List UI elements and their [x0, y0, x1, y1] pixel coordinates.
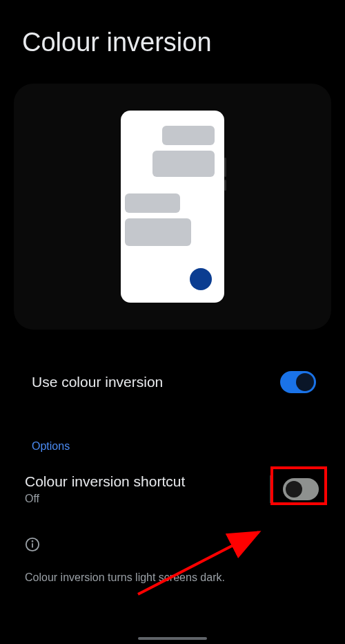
- chat-bubble-icon: [125, 218, 191, 246]
- phone-button-icon: [224, 180, 226, 191]
- chat-bubble-icon: [162, 126, 215, 145]
- preview-card: [14, 84, 331, 330]
- header: Colour inversion: [0, 0, 345, 71]
- chat-bubble-icon: [125, 193, 180, 213]
- shortcut-label: Colour inversion shortcut: [25, 473, 270, 490]
- info-icon: [25, 537, 40, 552]
- use-colour-inversion-toggle[interactable]: [280, 371, 316, 393]
- use-colour-inversion-row[interactable]: Use colour inversion: [0, 371, 345, 393]
- chat-bubble-icon: [152, 151, 215, 177]
- shortcut-text-group: Colour inversion shortcut Off: [25, 473, 270, 505]
- colour-inversion-shortcut-toggle[interactable]: [283, 478, 319, 500]
- shortcut-status: Off: [25, 493, 270, 505]
- svg-point-2: [32, 541, 33, 542]
- phone-button-icon: [224, 158, 226, 177]
- info-description: Colour inversion turns light screens dar…: [0, 571, 345, 584]
- divider: [270, 475, 270, 503]
- options-section-header: Options: [0, 440, 345, 453]
- annotation-arrow-icon: [131, 518, 283, 601]
- colour-inversion-shortcut-row[interactable]: Colour inversion shortcut Off: [0, 473, 345, 505]
- info-row: [0, 537, 345, 555]
- use-colour-inversion-label: Use colour inversion: [32, 374, 163, 390]
- fab-icon: [190, 268, 212, 290]
- navigation-bar-icon: [138, 637, 207, 640]
- phone-mockup-icon: [121, 111, 224, 303]
- toggle-thumb-icon: [286, 481, 302, 498]
- toggle-thumb-icon: [296, 373, 314, 391]
- page-title: Colour inversion: [22, 28, 324, 57]
